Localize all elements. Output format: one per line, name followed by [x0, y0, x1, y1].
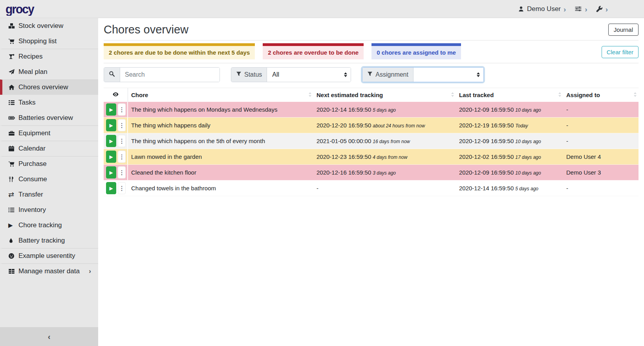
sidebar-item-batteries-overview[interactable]: Batteries overview [0, 110, 98, 125]
next-tracking-cell: 2020-12-16 16:59:503 days ago [313, 169, 456, 176]
assigned-to-me-status-card[interactable]: 0 chores are assigned to me [371, 43, 461, 59]
sidebar-item-label: Chores overview [18, 83, 68, 91]
sort-icon[interactable] [451, 92, 454, 98]
sidebar-item-shopping-list[interactable]: Shopping list [0, 33, 98, 49]
sidebar-item-label: Shopping list [18, 37, 57, 45]
track-chore-execution-button[interactable]: ▶ [106, 135, 116, 147]
status-filter-label: Status [231, 68, 267, 82]
admin-menu[interactable]: › [596, 5, 608, 13]
table-row: ▶ ⋮ Changed towels in the bathroom - 202… [104, 180, 639, 196]
sidebar-item-calendar[interactable]: Calendar [0, 141, 98, 156]
search-icon [109, 71, 115, 79]
assignment-filter-select[interactable] [413, 68, 483, 82]
relative-time: 5 days ago [515, 186, 538, 191]
sliders-icon [574, 6, 582, 12]
page-title: Chores overview [104, 23, 188, 36]
sidebar-item-meal-plan[interactable]: Meal plan [0, 64, 98, 79]
track-chore-execution-button[interactable]: ▶ [106, 119, 116, 131]
chore-name: The thing which happens on Mondays and W… [128, 106, 313, 113]
sidebar-item-purchase[interactable]: Purchase [0, 156, 98, 171]
sidebar-item-label: Chore tracking [18, 221, 62, 229]
track-chore-execution-button[interactable]: ▶ [106, 103, 116, 116]
sidebar-item-chore-tracking[interactable]: ▶ Chore tracking [0, 217, 98, 233]
sidebar-item-stock-overview[interactable]: Stock overview [0, 18, 98, 33]
clear-filter-button[interactable]: Clear filter [602, 46, 639, 58]
next-tracking-cell: 2020-12-14 16:59:505 days ago [313, 106, 456, 113]
sidebar-item-label: Transfer [18, 191, 43, 199]
due-soon-status-card[interactable]: 2 chores are due to be done within the n… [104, 43, 255, 59]
journal-button[interactable]: Journal [608, 24, 639, 36]
chore-context-menu-button[interactable]: ⋮ [118, 151, 126, 163]
chore-context-menu-button[interactable]: ⋮ [118, 166, 126, 179]
wrench-icon [596, 6, 603, 12]
sidebar-item-label: Calendar [18, 145, 46, 153]
chore-context-menu-button[interactable]: ⋮ [118, 182, 126, 194]
table-icon [8, 268, 18, 274]
chore-context-menu-button[interactable]: ⋮ [118, 103, 126, 116]
eye-icon [112, 91, 119, 99]
sort-icon[interactable] [308, 92, 312, 98]
sidebar-item-chores-overview[interactable]: Chores overview [0, 79, 98, 95]
track-chore-execution-button[interactable]: ▶ [106, 166, 116, 179]
sidebar-collapse-button[interactable]: ‹ [0, 327, 98, 346]
sidebar-item-label: Purchase [18, 160, 47, 168]
settings-menu[interactable]: › [574, 5, 587, 13]
assigned-to-cell: Demo User 4 [563, 153, 639, 160]
column-header-assigned-to[interactable]: Assigned to [563, 88, 639, 101]
list-icon [8, 207, 18, 213]
column-header-last-tracked[interactable]: Last tracked [456, 88, 563, 101]
relative-time: about 24 hours from now [373, 123, 425, 129]
user-name: Demo User [527, 5, 561, 13]
filter-funnel-icon [367, 71, 373, 78]
top-navbar: grocy Demo User › › › [0, 0, 644, 18]
user-menu[interactable]: Demo User › [518, 5, 566, 13]
assignment-filter-group: Assignment [362, 67, 484, 82]
toggle-columns-header[interactable] [104, 88, 128, 102]
play-icon: ▶ [110, 138, 113, 144]
sidebar-item-manage-master-data[interactable]: Manage master data › [0, 263, 98, 279]
shopping-cart-icon [8, 38, 18, 44]
status-cards-row: 2 chores are due to be done within the n… [104, 40, 639, 63]
row-actions: ▶ ⋮ [104, 102, 128, 117]
shopping-cart-icon [8, 161, 18, 167]
overdue-status-card[interactable]: 2 chores are overdue to be done [263, 43, 364, 59]
sidebar-item-transfer[interactable]: ⇄ Transfer [0, 187, 98, 202]
sidebar-item-equipment[interactable]: Equipment [0, 125, 98, 141]
utensils-icon [8, 176, 18, 182]
navbar-right: Demo User › › › [518, 5, 608, 13]
sidebar-item-tasks[interactable]: Tasks [0, 95, 98, 110]
sidebar-item-consume[interactable]: Consume [0, 171, 98, 187]
sort-icon[interactable] [633, 92, 637, 98]
table-row: ▶ ⋮ Lawn mowed in the garden 2020-12-23 … [104, 149, 639, 165]
ellipsis-v-icon: ⋮ [119, 185, 125, 192]
sidebar-item-label: Recipes [18, 53, 42, 61]
row-actions: ▶ ⋮ [104, 133, 128, 149]
next-tracking-cell: 2020-12-20 16:59:50about 24 hours from n… [313, 122, 456, 129]
chores-table: Chore Next estimated tracking Last track… [104, 88, 639, 196]
sort-icon[interactable] [558, 92, 562, 98]
status-filter-group: Status All [231, 67, 351, 82]
track-chore-execution-button[interactable]: ▶ [106, 182, 116, 194]
search-input[interactable] [120, 68, 220, 82]
play-icon: ▶ [110, 154, 113, 160]
last-tracked-cell: 2020-12-09 16:59:5010 days ago [456, 169, 563, 176]
sidebar-item-inventory[interactable]: Inventory [0, 202, 98, 217]
sidebar-item-label: Tasks [18, 99, 35, 107]
column-header-chore[interactable]: Chore [128, 88, 313, 101]
last-tracked-cell: 2020-12-09 16:59:5010 days ago [456, 106, 563, 113]
chore-context-menu-button[interactable]: ⋮ [118, 119, 126, 131]
row-actions: ▶ ⋮ [104, 180, 128, 196]
column-header-next-tracking[interactable]: Next estimated tracking [313, 88, 456, 101]
status-filter-select[interactable]: All [267, 68, 351, 82]
play-icon: ▶ [8, 222, 18, 228]
assigned-to-cell: - [563, 185, 639, 191]
chore-context-menu-button[interactable]: ⋮ [118, 135, 126, 147]
sidebar-item-recipes[interactable]: Recipes [0, 49, 98, 64]
track-chore-execution-button[interactable]: ▶ [106, 151, 116, 163]
sidebar-item-label: Manage master data [18, 267, 80, 275]
grocy-logo[interactable]: grocy [5, 2, 34, 16]
ellipsis-v-icon: ⋮ [119, 169, 125, 176]
sidebar-item-example-userentity[interactable]: Example userentity [0, 248, 98, 263]
sidebar-item-battery-tracking[interactable]: Battery tracking [0, 233, 98, 248]
last-tracked-cell: 2020-12-19 16:59:50Today [456, 122, 563, 129]
